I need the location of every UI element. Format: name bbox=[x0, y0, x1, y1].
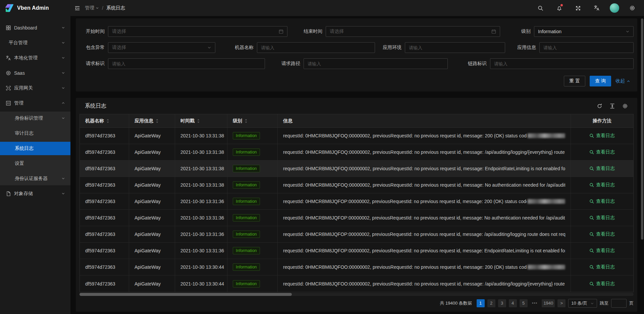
view-log-link[interactable]: 查看日志 bbox=[589, 248, 615, 254]
pagination-page-3[interactable]: 3 bbox=[498, 299, 506, 307]
sidebar-item-identity[interactable]: 身份标识管理 bbox=[0, 112, 70, 125]
level-badge: Information bbox=[233, 263, 260, 271]
cell-timestamp: 2021-10-30 13:31:38 bbox=[175, 144, 227, 160]
horizontal-scrollbar bbox=[79, 293, 634, 296]
row-height-icon[interactable] bbox=[609, 103, 615, 109]
magnifier-icon bbox=[589, 166, 594, 171]
column-settings-gear-icon[interactable] bbox=[622, 103, 628, 109]
cell-message: requestId: 0HMCRBM8JQFOQ:00000002, previ… bbox=[278, 144, 571, 160]
jump-unit: 页 bbox=[629, 300, 634, 306]
collapse-filter-link[interactable]: 收起 bbox=[615, 78, 630, 84]
column-header-app[interactable]: 应用信息 bbox=[129, 114, 175, 127]
translate-icon[interactable] bbox=[591, 0, 602, 16]
search-button[interactable]: 查 询 bbox=[590, 76, 611, 86]
gateway-icon bbox=[6, 85, 11, 91]
request-path-input[interactable] bbox=[304, 58, 448, 69]
pagination-ellipsis: ••• bbox=[530, 299, 539, 307]
view-log-link[interactable]: 查看日志 bbox=[589, 133, 615, 139]
settings-gear-icon[interactable] bbox=[627, 0, 638, 16]
menu-fold-icon[interactable] bbox=[74, 5, 80, 11]
view-log-link[interactable]: 查看日志 bbox=[589, 215, 615, 221]
column-header-timestamp[interactable]: 时间戳 bbox=[175, 114, 227, 127]
search-icon[interactable] bbox=[535, 0, 546, 16]
sidebar-item-settings[interactable]: 设置 bbox=[0, 157, 70, 170]
topbar: 管理 / 系统日志 bbox=[70, 0, 644, 16]
pagination-page-2[interactable]: 2 bbox=[487, 299, 495, 307]
field-app-env: 应用环境 bbox=[378, 42, 505, 53]
view-log-link[interactable]: 查看日志 bbox=[589, 231, 615, 237]
cell-level: Information bbox=[227, 275, 278, 292]
view-log-link[interactable]: 查看日志 bbox=[589, 264, 615, 270]
user-avatar[interactable] bbox=[610, 3, 619, 13]
level-select[interactable]: Information bbox=[534, 26, 634, 37]
sidebar-item-system-log[interactable]: 系统日志 bbox=[0, 142, 70, 155]
sidebar-item-gateway[interactable]: 应用网关 bbox=[0, 81, 70, 95]
view-log-link[interactable]: 查看日志 bbox=[589, 166, 615, 172]
field-end-time: 结束时间 请选择 bbox=[299, 26, 500, 37]
app-title: Vben Admin bbox=[17, 5, 49, 11]
log-table-card: 系统日志 机器名称应用信息时间戳级别信息操作方法 bbox=[76, 98, 637, 312]
cell-timestamp: 2021-10-30 13:31:38 bbox=[175, 128, 227, 144]
table-header-row: 机器名称应用信息时间戳级别信息操作方法 bbox=[80, 114, 633, 128]
sidebar-item-auth-server[interactable]: 身份认证服务器 bbox=[0, 172, 70, 185]
sidebar-item-platform[interactable]: 平台管理 bbox=[0, 36, 70, 50]
pagination-page-5[interactable]: 5 bbox=[520, 299, 528, 307]
horizontal-scrollbar-thumb[interactable] bbox=[79, 293, 292, 296]
sidebar-item-audit-log[interactable]: 审计日志 bbox=[0, 127, 70, 140]
sidebar-item-localization[interactable]: 本地化管理 bbox=[0, 51, 70, 65]
pagination-page-1[interactable]: 1 bbox=[477, 299, 485, 307]
app-info-input[interactable] bbox=[539, 42, 634, 53]
column-header-level[interactable]: 级别 bbox=[227, 114, 278, 127]
cell-app-info: ApiGateWay bbox=[129, 128, 175, 144]
chevron-down-icon bbox=[61, 26, 65, 29]
field-label: 级别 bbox=[520, 28, 531, 35]
reset-button[interactable]: 重 置 bbox=[564, 76, 585, 86]
notification-badge-dot bbox=[560, 4, 563, 6]
page-size-select[interactable]: 10 条/页 bbox=[568, 299, 597, 308]
redacted-blur bbox=[528, 133, 565, 138]
field-label: 包含异常 bbox=[81, 45, 105, 51]
logo[interactable]: Vben Admin bbox=[0, 0, 70, 16]
cell-machine-name: df5974d72363 bbox=[80, 259, 129, 275]
filter-actions: 重 置 查 询 收起 bbox=[564, 76, 630, 86]
sidebar-item-management[interactable]: 管理 bbox=[0, 97, 70, 110]
start-time-picker[interactable]: 请选择 bbox=[108, 26, 287, 37]
view-log-link[interactable]: 查看日志 bbox=[589, 281, 615, 287]
sidebar-item-label: Saas bbox=[14, 70, 25, 76]
sidebar-item-object-storage[interactable]: 对象存储 bbox=[0, 187, 70, 200]
end-time-picker[interactable]: 请选择 bbox=[326, 26, 500, 37]
app-env-input[interactable] bbox=[405, 42, 505, 53]
app-root: Vben Admin Dashboard平台管理本地化管理Saas应用网关管理身… bbox=[0, 0, 644, 314]
sidebar-item-saas[interactable]: Saas bbox=[0, 66, 70, 80]
page-jump-input[interactable] bbox=[611, 299, 627, 308]
cell-timestamp: 2021-10-30 13:30:44 bbox=[175, 259, 227, 275]
pagination-next-button[interactable]: > bbox=[557, 299, 566, 307]
page-vertical-scrollbar-thumb[interactable] bbox=[641, 18, 643, 240]
level-badge: Information bbox=[233, 247, 260, 254]
field-label: 请求标识 bbox=[81, 61, 105, 67]
notification-bell-icon[interactable] bbox=[553, 0, 565, 16]
breadcrumb-section[interactable]: 管理 bbox=[85, 5, 99, 11]
view-log-link[interactable]: 查看日志 bbox=[589, 198, 615, 204]
main-area: 管理 / 系统日志 bbox=[70, 0, 644, 314]
level-badge: Information bbox=[233, 181, 260, 189]
localization-icon bbox=[6, 55, 11, 61]
cell-message: requestId: 0HMCRBM8JQFOP:00000002, previ… bbox=[278, 243, 571, 259]
cell-action: 查看日志 bbox=[571, 177, 633, 193]
field-label: 应用信息 bbox=[513, 45, 536, 51]
field-label: 链路标识 bbox=[463, 61, 487, 67]
fullscreen-icon[interactable] bbox=[572, 0, 584, 16]
request-id-input[interactable] bbox=[108, 58, 265, 69]
view-log-link[interactable]: 查看日志 bbox=[589, 182, 615, 188]
column-header-machine[interactable]: 机器名称 bbox=[80, 114, 129, 127]
sidebar-item-dashboard[interactable]: Dashboard bbox=[0, 21, 70, 35]
machine-name-input[interactable] bbox=[257, 42, 375, 53]
refresh-icon[interactable] bbox=[597, 103, 602, 109]
has-exception-select[interactable]: 请选择 bbox=[108, 42, 215, 53]
cell-level: Information bbox=[227, 193, 278, 209]
pagination-page-1940[interactable]: 1940 bbox=[542, 299, 555, 307]
pagination-page-4[interactable]: 4 bbox=[509, 299, 517, 307]
view-log-link[interactable]: 查看日志 bbox=[589, 149, 615, 155]
trace-id-input[interactable] bbox=[490, 58, 634, 69]
field-app-info: 应用信息 bbox=[513, 42, 634, 53]
